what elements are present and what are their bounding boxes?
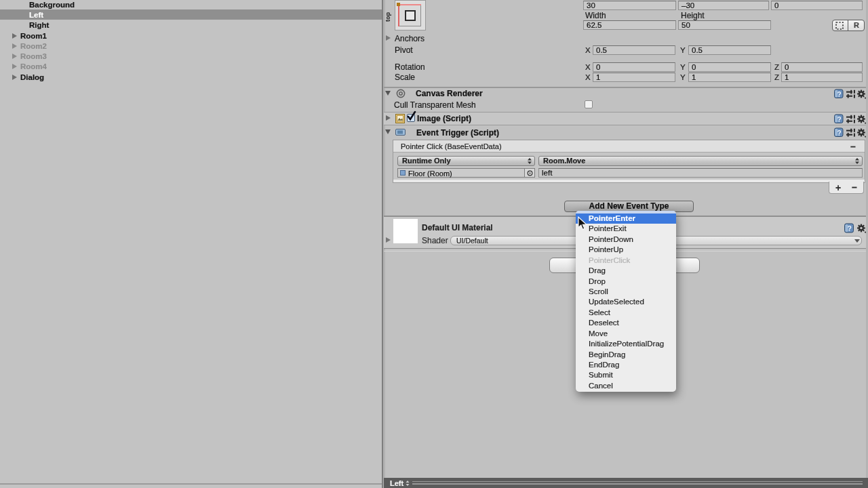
svg-text:?: ? — [837, 116, 842, 123]
svg-text:?: ? — [837, 129, 842, 137]
svg-text:?: ? — [848, 224, 852, 232]
svg-text:?: ? — [837, 91, 842, 98]
